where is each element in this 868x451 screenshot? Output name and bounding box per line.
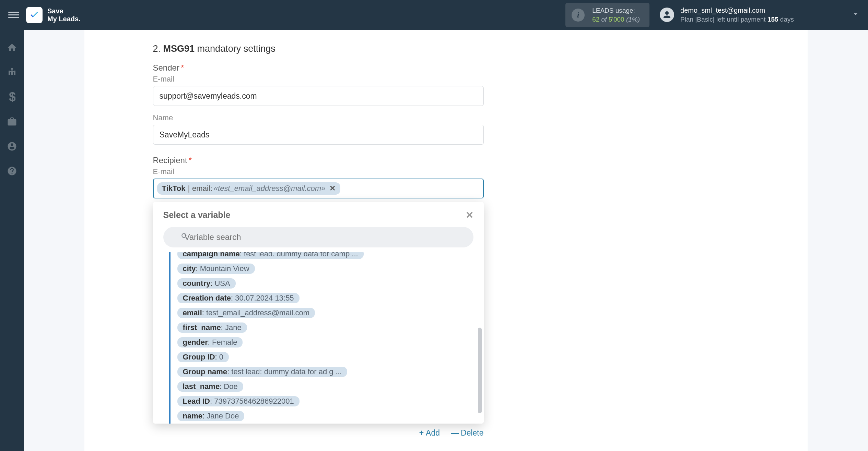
sender-name-label: Name [153,113,739,122]
variable-chip[interactable]: TikTok | email: «test_email_address@mail… [157,182,341,195]
variable-option[interactable]: name: Jane Doe [177,411,245,421]
app-header: Save My Leads. i LEADS usage: 62 of 5'00… [0,0,868,30]
leads-usage-panel[interactable]: i LEADS usage: 62 of 5'000 (1%) [565,3,649,27]
delete-button[interactable]: — Delete [451,428,483,438]
add-button[interactable]: + Add [419,428,440,438]
info-icon: i [572,9,585,22]
account-menu[interactable]: demo_sml_test@gmail.com Plan |Basic| lef… [660,6,860,24]
chevron-down-icon[interactable] [852,10,860,20]
menu-toggle-button[interactable] [8,10,19,21]
avatar-icon [660,8,674,22]
variable-dropdown: Select a variable ✕ campaign name: test … [153,202,484,424]
sidebar-item-connections[interactable] [5,65,19,79]
variable-option[interactable]: Creation date: 30.07.2024 13:55 [177,293,300,303]
variable-option[interactable]: gender: Female [177,337,243,348]
variable-list[interactable]: campaign name: test lead. dummy data for… [153,252,484,424]
variable-option[interactable]: Lead ID: 7397375646286922001 [177,396,300,406]
svg-rect-1 [9,72,10,74]
svg-rect-3 [14,72,15,74]
variable-search-input[interactable] [163,227,473,247]
chip-remove-icon[interactable]: ✕ [329,184,336,193]
recipient-label: Recipient* [153,156,739,165]
sidebar-item-account[interactable] [5,139,19,153]
sidebar-item-billing[interactable]: $ [5,90,19,104]
variable-option[interactable]: last_name: Doe [177,381,243,392]
sidebar: $ [0,30,24,451]
svg-text:$: $ [9,92,15,102]
variable-option[interactable]: first_name: Jane [177,322,247,333]
sender-email-input[interactable] [153,86,484,106]
account-text: demo_sml_test@gmail.com Plan |Basic| lef… [680,6,794,24]
logo-text: Save My Leads. [47,7,81,23]
sidebar-item-home[interactable] [5,41,19,54]
plus-icon: + [419,428,424,438]
sender-label: Sender* [153,63,739,73]
sidebar-item-briefcase[interactable] [5,115,19,129]
recipient-email-label: E-mail [153,167,739,176]
variable-option[interactable]: city: Mountain View [177,264,255,274]
variable-option[interactable]: Group name: test lead: dummy data for ad… [177,367,347,377]
sender-email-label: E-mail [153,75,739,84]
section-title: 2. MSG91 mandatory settings [153,44,739,54]
main-content: 2. MSG91 mandatory settings Sender* E-ma… [24,30,868,451]
close-icon[interactable]: ✕ [466,209,473,221]
scrollbar[interactable] [478,328,482,413]
dropdown-title: Select a variable [163,210,231,220]
search-icon [180,232,189,242]
recipient-email-input[interactable]: TikTok | email: «test_email_address@mail… [153,179,484,198]
field-actions: + Add — Delete [153,424,484,438]
variable-option[interactable]: campaign name: test lead. dummy data for… [177,252,364,259]
variable-option[interactable]: email: test_email_address@mail.com [177,308,315,318]
variable-option[interactable]: country: USA [177,278,236,289]
minus-icon: — [451,428,459,438]
sidebar-item-help[interactable] [5,164,19,178]
sender-name-input[interactable] [153,125,484,145]
logo[interactable]: Save My Leads. [26,7,81,23]
usage-text: LEADS usage: 62 of 5'000 (1%) [592,6,640,24]
settings-card: 2. MSG91 mandatory settings Sender* E-ma… [84,30,808,451]
logo-icon [26,7,43,23]
svg-rect-2 [11,72,13,74]
variable-option[interactable]: Group ID: 0 [177,352,229,362]
svg-rect-0 [11,68,13,70]
